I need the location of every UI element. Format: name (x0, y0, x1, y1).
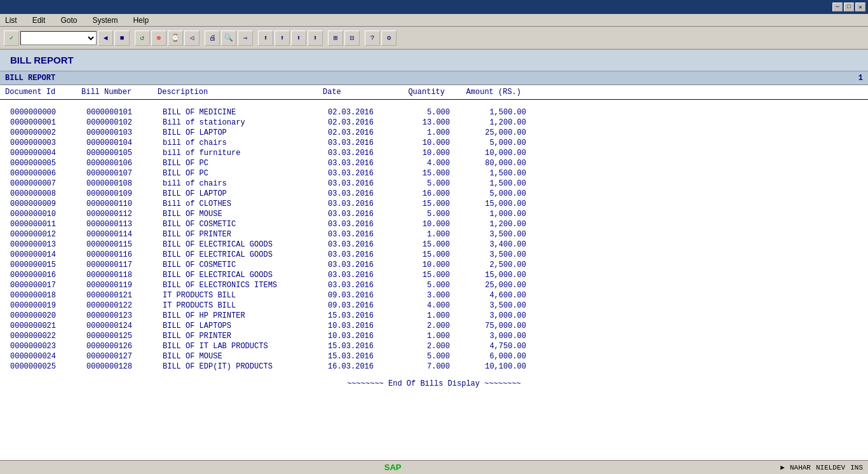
cell-docid: 0000000024 (10, 352, 86, 361)
cell-amount: 3,400.00 (455, 240, 531, 249)
cell-date: 03.03.2016 (328, 230, 391, 239)
cell-billnum: 0000000101 (86, 108, 163, 117)
table-row[interactable]: 0000000009 0000000110 Bill of CLOTHES 03… (5, 199, 863, 209)
table-row[interactable]: 0000000011 0000000113 BILL OF COSMETIC 0… (5, 219, 863, 229)
cell-amount: 10,000.00 (455, 149, 531, 158)
table-row[interactable]: 0000000015 0000000117 BILL OF COSMETIC 0… (5, 260, 863, 270)
table-row[interactable]: 0000000019 0000000122 IT PRODUCTS BILL 0… (5, 301, 863, 311)
upload1-icon[interactable]: ⬆ (258, 30, 273, 46)
refresh-icon[interactable]: ↺ (135, 30, 150, 46)
table-row[interactable]: 0000000000 0000000101 BILL OF MEDICINE 0… (5, 107, 863, 118)
nav-arrow-icon: ▶ (780, 463, 785, 471)
cell-billnum: 0000000124 (86, 322, 163, 330)
stop-icon[interactable]: ⊗ (151, 30, 166, 46)
table-row[interactable]: 0000000024 0000000127 BILL OF MOUSE 15.0… (5, 351, 863, 362)
table-row[interactable]: 0000000001 0000000102 Bill of stationary… (5, 118, 863, 128)
cell-amount: 1,500.00 (455, 169, 531, 178)
table-row[interactable]: 0000000016 0000000118 BILL OF ELECTRICAL… (5, 270, 863, 280)
cell-docid: 0000000015 (10, 261, 86, 269)
cell-billnum: 0000000115 (86, 240, 163, 249)
cell-docid: 0000000007 (10, 179, 86, 188)
cell-docid: 0000000004 (10, 149, 86, 158)
cell-desc: BILL OF LAPTOP (163, 189, 328, 198)
menu-help[interactable]: Help (130, 16, 151, 25)
upload4-icon[interactable]: ⬆ (308, 30, 323, 46)
cell-qty: 2.000 (391, 322, 455, 330)
table-row[interactable]: 0000000017 0000000119 BILL OF ELECTRONIC… (5, 280, 863, 290)
cell-desc: BILL OF ELECTRICAL GOODS (163, 250, 328, 259)
print-icon[interactable]: 🖨 (205, 30, 220, 46)
menu-edit[interactable]: Edit (30, 16, 48, 25)
window-controls[interactable]: — □ ✕ (832, 3, 865, 11)
col-header-desc: Description (158, 88, 323, 97)
cell-date: 03.03.2016 (328, 271, 391, 280)
table-row[interactable]: 0000000005 0000000106 BILL OF PC 03.03.2… (5, 158, 863, 168)
report-container: BILL REPORT 1 Document Id Bill Number De… (0, 72, 868, 460)
cell-amount: 1,200.00 (455, 220, 531, 229)
table-row[interactable]: 0000000023 0000000126 BILL OF IT LAB PRO… (5, 341, 863, 351)
table-row[interactable]: 0000000006 0000000107 BILL OF PC 03.03.2… (5, 168, 863, 179)
table-row[interactable]: 0000000014 0000000116 BILL OF ELECTRICAL… (5, 250, 863, 260)
table-row[interactable]: 0000000021 0000000124 BILL OF LAPTOPS 10… (5, 321, 863, 331)
cell-date: 15.03.2016 (328, 342, 391, 351)
cell-desc: BILL OF ELECTRONICS ITEMS (163, 281, 328, 290)
cell-date: 16.03.2016 (328, 362, 391, 371)
close-button[interactable]: ✕ (855, 3, 865, 11)
menu-system[interactable]: System (90, 16, 120, 25)
check-icon[interactable]: ✓ (4, 30, 19, 46)
cell-desc: BILL OF PRINTER (163, 332, 328, 341)
cell-docid: 0000000023 (10, 342, 86, 351)
cell-billnum: 0000000102 (86, 118, 163, 127)
command-field[interactable] (20, 31, 97, 45)
find-next-icon[interactable]: ⇒ (238, 30, 253, 46)
table-row[interactable]: 0000000002 0000000103 BILL OF LAPTOP 02.… (5, 128, 863, 138)
cell-billnum: 0000000112 (86, 210, 163, 219)
table-row[interactable]: 0000000025 0000000128 BILL OF EDP(IT) PR… (5, 362, 863, 372)
minimize-button[interactable]: — (832, 3, 843, 11)
menu-goto[interactable]: Goto (58, 16, 79, 25)
upload2-icon[interactable]: ⬆ (275, 30, 290, 46)
prev-icon[interactable]: ◁ (184, 30, 200, 46)
cell-billnum: 0000000125 (86, 332, 163, 341)
table-row[interactable]: 0000000022 0000000125 BILL OF PRINTER 10… (5, 331, 863, 341)
report-scrollable[interactable]: 0000000000 0000000101 BILL OF MEDICINE 0… (0, 100, 868, 460)
table-row[interactable]: 0000000007 0000000108 bill of chairs 03.… (5, 179, 863, 189)
cell-desc: BILL OF PRINTER (163, 230, 328, 239)
cell-desc: BILL OF PC (163, 159, 328, 168)
table-row[interactable]: 0000000012 0000000114 BILL OF PRINTER 03… (5, 229, 863, 240)
cell-docid: 0000000014 (10, 250, 86, 259)
col-header-amount: Amount (RS.) (450, 88, 526, 97)
layout1-icon[interactable]: ⊞ (328, 30, 343, 46)
upload3-icon[interactable]: ⬆ (291, 30, 306, 46)
cell-date: 03.03.2016 (328, 261, 391, 269)
table-row[interactable]: 0000000004 0000000105 bill of furniture … (5, 148, 863, 158)
cell-billnum: 0000000103 (86, 128, 163, 137)
col-header-qty: Quantity (386, 88, 450, 97)
cell-docid: 0000000000 (10, 108, 86, 117)
cell-qty: 15.000 (391, 271, 455, 280)
nav-back-icon[interactable]: ◀ (98, 30, 113, 46)
history-icon[interactable]: ⌚ (168, 30, 183, 46)
table-row[interactable]: 0000000008 0000000109 BILL OF LAPTOP 03.… (5, 189, 863, 199)
find-icon[interactable]: 🔍 (221, 30, 236, 46)
layout2-icon[interactable]: ⊡ (344, 30, 360, 46)
table-row[interactable]: 0000000003 0000000104 bill of chairs 03.… (5, 138, 863, 148)
table-row[interactable]: 0000000020 0000000123 BILL OF HP PRINTER… (5, 311, 863, 321)
restore-button[interactable]: □ (844, 3, 854, 11)
table-row[interactable]: 0000000010 0000000112 BILL OF MOUSE 03.0… (5, 209, 863, 219)
table-row[interactable]: 0000000018 0000000121 IT PRODUCTS BILL 0… (5, 290, 863, 301)
cell-amount: 80,000.00 (455, 159, 531, 168)
cell-qty: 4.000 (391, 301, 455, 310)
help2-icon[interactable]: ? (365, 30, 380, 46)
table-row[interactable]: 0000000013 0000000115 BILL OF ELECTRICAL… (5, 240, 863, 250)
cell-billnum: 0000000113 (86, 220, 163, 229)
nav-square-icon[interactable]: ■ (114, 30, 130, 46)
menu-list[interactable]: List (3, 16, 20, 25)
end-message: ~~~~~~~~ End Of Bills Display ~~~~~~~~ (5, 372, 863, 396)
cell-docid: 0000000020 (10, 311, 86, 320)
cell-qty: 10.000 (391, 139, 455, 147)
settings-icon[interactable]: ⚙ (381, 30, 397, 46)
cell-desc: BILL OF MOUSE (163, 352, 328, 361)
cell-desc: BILL OF HP PRINTER (163, 311, 328, 320)
cell-amount: 3,500.00 (455, 250, 531, 259)
